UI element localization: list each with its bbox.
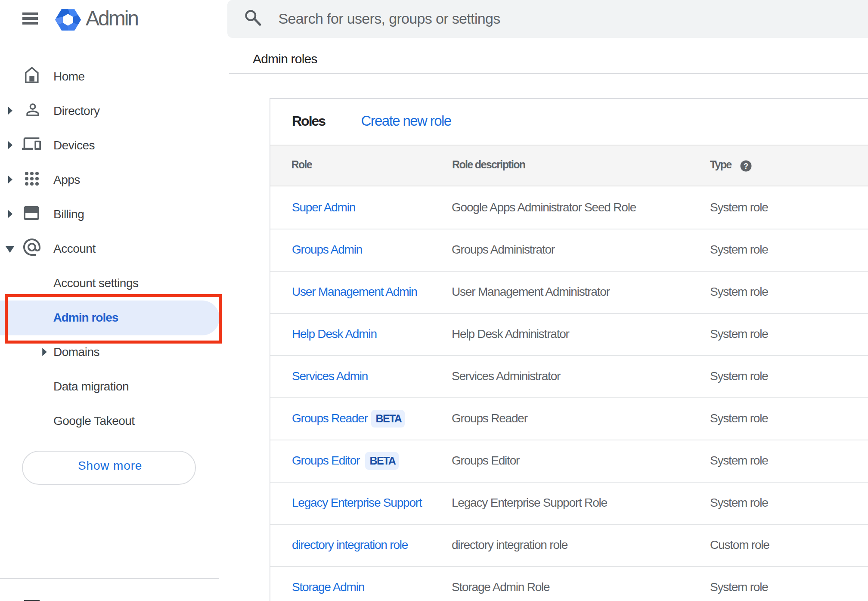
svg-text:?: ? — [744, 161, 748, 170]
